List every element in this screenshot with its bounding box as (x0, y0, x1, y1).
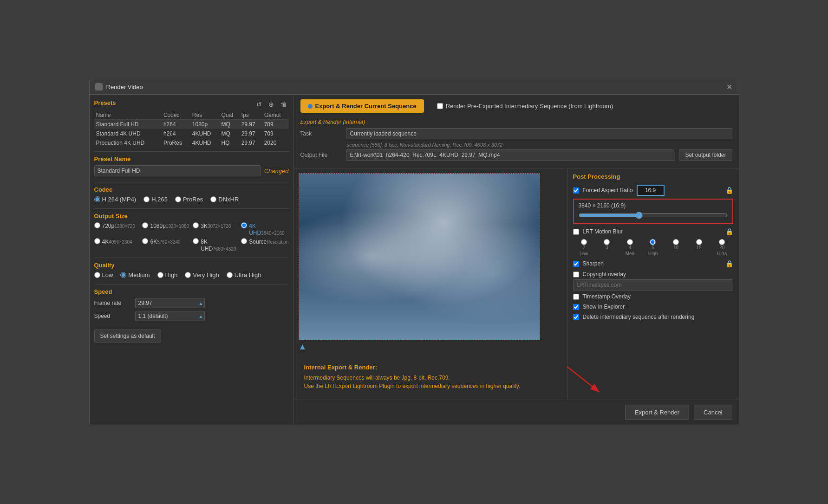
col-name: Name (94, 111, 162, 120)
quality-ultra-high[interactable]: Ultra High (227, 271, 261, 278)
refresh-presets-button[interactable]: ↺ (254, 100, 264, 109)
sharp-2[interactable] (581, 239, 587, 245)
output-file-controls: Set output folder (346, 149, 732, 161)
info-box: Internal Export & Render: Intermediary S… (299, 359, 562, 395)
timestamp-overlay-checkbox[interactable] (573, 294, 579, 300)
resolution-slider[interactable] (579, 212, 728, 219)
size-1080p[interactable]: 1080p1920×1080 (142, 222, 189, 236)
sharp-3[interactable] (604, 239, 610, 245)
size-3k[interactable]: 3K3072×1728 (193, 222, 237, 236)
add-preset-button[interactable]: ⊕ (267, 100, 276, 109)
frame-rate-input[interactable] (135, 298, 205, 308)
export-render-tab-label: Export & Render Current Sequence (315, 103, 417, 110)
render-preexported-checkbox[interactable] (437, 103, 443, 109)
lrt-motion-blur-row: LRT Motion Blur 🔒 (573, 228, 733, 235)
sharpen-checkbox[interactable] (573, 261, 579, 267)
size-720p[interactable]: 720p1280×720 (94, 222, 139, 236)
pp-title: Post Processing (573, 173, 733, 180)
timestamp-overlay-label: Timestamp Overlay (583, 293, 631, 300)
size-source[interactable]: SourceResolution (241, 238, 288, 252)
col-fps: fps (240, 111, 262, 120)
show-in-explorer-checkbox[interactable] (573, 304, 579, 310)
size-4k[interactable]: 4K4096×2304 (94, 238, 139, 252)
codec-title: Codec (94, 186, 289, 193)
preset-name-input[interactable] (94, 165, 261, 176)
main-layout: Presets ↺ ⊕ 🗑 Name Codec Res Qual fps Ga… (90, 95, 739, 425)
output-size-section: Output Size 720p1280×720 1080p1920×1080 … (94, 213, 289, 252)
sharpness-grid-section: 2 3 4 5 10 15 20 Low Med High (573, 239, 733, 256)
speed-input[interactable] (135, 311, 205, 321)
codec-dnxhr[interactable]: DNxHR (210, 196, 239, 203)
table-row[interactable]: Standard 4K UHD h264 4KUHD MQ 29.97 709 (94, 129, 289, 138)
top-section: Export & Render Current Sequence Render … (294, 95, 739, 168)
render-video-window: Render Video ✕ Presets ↺ ⊕ 🗑 Name Codec (89, 79, 739, 425)
presets-header: Presets ↺ ⊕ 🗑 (94, 99, 289, 109)
task-meta: sequence [586], 8 bpc, Non-standard Nami… (347, 142, 732, 148)
col-gamut: Gamut (262, 111, 289, 120)
down-arrow-icon: ▲ (299, 342, 307, 351)
speed-row: Speed ▲ (94, 311, 289, 321)
quality-title: Quality (94, 262, 289, 269)
speed-label-text: Speed (94, 313, 131, 319)
size-8k-uhd[interactable]: 8K UHD7680×4320 (193, 238, 237, 252)
codec-section: Codec H.264 (MP4) H.265 ProRes (94, 186, 289, 203)
delete-intermediary-row: Delete intermediary sequence after rende… (573, 314, 733, 320)
lrt-motion-blur-checkbox[interactable] (573, 229, 579, 235)
sharp-20[interactable] (719, 239, 725, 245)
delete-preset-button[interactable]: 🗑 (279, 100, 289, 109)
export-tabs: Export & Render Current Sequence Render … (300, 99, 732, 113)
sharpen-row: Sharpen 🔒 (573, 260, 733, 267)
codec-h265[interactable]: H.265 (143, 196, 168, 203)
codec-h264[interactable]: H.264 (MP4) (94, 196, 137, 203)
delete-intermediary-checkbox[interactable] (573, 314, 579, 320)
output-size-grid: 720p1280×720 1080p1920×1080 3K3072×1728 … (94, 222, 289, 252)
set-output-folder-button[interactable]: Set output folder (679, 149, 732, 161)
size-6k[interactable]: 6K5760×3240 (142, 238, 189, 252)
sharp-15[interactable] (696, 239, 702, 245)
close-button[interactable]: ✕ (726, 83, 733, 90)
aspect-ratio-input[interactable] (637, 185, 665, 196)
presets-table: Name Codec Res Qual fps Gamut Standard F… (94, 111, 289, 148)
info-line-1: Intermediary Sequences will always be Jp… (304, 374, 557, 382)
sharp-5[interactable] (650, 239, 656, 245)
cancel-button[interactable]: Cancel (694, 405, 732, 420)
forced-aspect-ratio-row: Forced Aspect Ratio 🔒 (573, 185, 733, 196)
quality-medium[interactable]: Medium (120, 271, 150, 278)
frame-rate-wrapper: ▲ (135, 298, 205, 308)
col-qual: Qual (220, 111, 240, 120)
quality-low[interactable]: Low (94, 271, 113, 278)
quality-high[interactable]: High (157, 271, 178, 278)
frame-rate-row: Frame rate ▲ (94, 298, 289, 308)
table-row[interactable]: Standard Full HD h264 1080p MQ 29.97 709 (94, 120, 289, 129)
show-in-explorer-row: Show in Explorer (573, 304, 733, 310)
sharpness-checkboxes: 2 3 4 5 10 15 20 (573, 239, 733, 250)
title-bar-left: Render Video (95, 83, 143, 90)
export-render-tab[interactable]: Export & Render Current Sequence (300, 99, 424, 113)
resolution-box: 3840 × 2160 (16:9) (573, 199, 733, 224)
size-4k-uhd[interactable]: 4K UHD3840×2160 (241, 222, 288, 236)
sharp-10[interactable] (673, 239, 679, 245)
set-default-button[interactable]: Set settings as default (94, 330, 161, 342)
copyright-overlay-checkbox[interactable] (573, 271, 579, 278)
speed-wrapper: ▲ (135, 311, 205, 321)
codec-prores[interactable]: ProRes (175, 196, 203, 203)
output-file-input[interactable] (346, 149, 676, 161)
render-preexported-tab[interactable]: Render Pre-Exported Intermediary Sequenc… (430, 99, 621, 113)
quality-grid: Low Medium High Very High (94, 271, 289, 278)
sharp-4[interactable] (627, 239, 633, 245)
output-file-row: Output File Set output folder (300, 149, 732, 161)
video-arrow-indicator: ▲ (299, 342, 562, 352)
task-label: Task (300, 130, 342, 137)
copyright-text-input[interactable] (573, 279, 733, 291)
quality-very-high[interactable]: Very High (185, 271, 219, 278)
bottom-bar: Export & Render Cancel (294, 400, 739, 425)
video-preview (299, 173, 540, 340)
preset-name-label: Preset Name (94, 155, 289, 162)
sharpness-labels: Low Med High Ultra (573, 251, 733, 256)
export-render-button[interactable]: Export & Render (625, 405, 689, 420)
app-icon (95, 83, 103, 90)
video-background (299, 174, 540, 340)
forced-aspect-ratio-checkbox[interactable] (573, 187, 579, 194)
task-input[interactable] (346, 128, 732, 139)
table-row[interactable]: Production 4K UHD ProRes 4KUHD HQ 29.97 … (94, 138, 289, 148)
